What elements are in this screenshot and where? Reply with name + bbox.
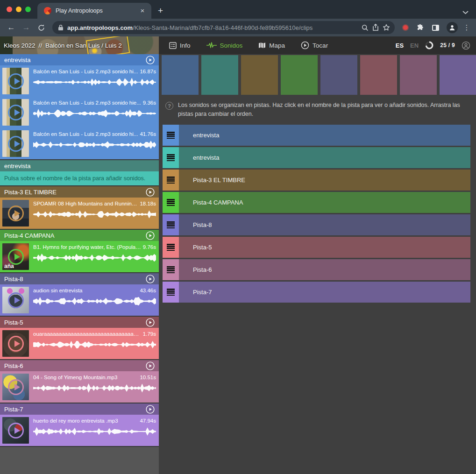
language-es-button[interactable]: ES	[396, 42, 404, 49]
play-circle-icon	[301, 41, 309, 50]
nav-tab-tocar[interactable]: Tocar	[301, 41, 328, 50]
clip-play-icon[interactable]	[8, 205, 24, 221]
track-header[interactable]: Pista-5	[0, 317, 159, 328]
track-row[interactable]: entrevista	[163, 125, 470, 146]
extensions-puzzle-icon[interactable]	[416, 24, 424, 32]
track-play-button[interactable]	[146, 231, 155, 240]
clip-play-icon[interactable]	[8, 73, 24, 89]
audio-clip[interactable]: Balcón en San Luis - Luis 2.mp3 sonido h…	[0, 128, 159, 159]
app-nav: Info Sonidos Mapa Tocar	[159, 36, 396, 54]
waveform	[33, 252, 156, 263]
audio-clip[interactable]: Balcón en San Luis - Luis 2.mp3 sonido h…	[0, 65, 159, 97]
clip-play-icon[interactable]	[8, 379, 24, 395]
nav-tab-info[interactable]: Info	[169, 42, 191, 49]
track-color-swatch	[400, 55, 437, 95]
reload-icon[interactable]	[35, 24, 48, 32]
audio-clip[interactable]: audion sin entrevista 43.46s	[0, 284, 159, 316]
track-play-button[interactable]	[146, 405, 155, 414]
profile-avatar[interactable]	[447, 22, 458, 33]
clip-thumbnail[interactable]	[2, 330, 29, 357]
track-row[interactable]: Pista-3 EL TIMBRE	[163, 170, 470, 191]
clip-play-icon[interactable]	[8, 292, 24, 308]
audio-clip[interactable]: huerto del rey moro entrevista .mp3 47.9…	[0, 415, 159, 446]
clip-thumbnail[interactable]	[2, 417, 29, 444]
back-icon[interactable]: ←	[5, 23, 18, 32]
bookmark-star-icon[interactable]	[383, 24, 390, 31]
url-bar[interactable]: app.antropoloops.com/Kleos-Santa-Marina/…	[52, 21, 395, 34]
clip-play-icon[interactable]	[8, 423, 24, 439]
close-window-button[interactable]	[7, 7, 12, 12]
drag-handle-icon[interactable]	[163, 237, 179, 258]
track-header[interactable]: Pista-8	[0, 273, 159, 284]
zoom-page-icon[interactable]	[362, 24, 369, 31]
fullscreen-window-button[interactable]	[25, 7, 31, 12]
track-row[interactable]: Pista-4 CAMPANA	[163, 192, 470, 213]
breadcrumb: Kleos 2022 // Balcón en San Luis / Luis …	[4, 36, 122, 54]
new-tab-button[interactable]: +	[158, 6, 163, 16]
clip-thumbnail[interactable]	[2, 99, 29, 126]
audio-clip[interactable]: ouaraaaaaaaaaaaaaaaaaaaaaaaaaaaaaaaaaaaa…	[0, 328, 159, 359]
track-play-button[interactable]	[146, 318, 155, 327]
lock-icon[interactable]	[58, 24, 64, 31]
track-play-button[interactable]	[146, 275, 155, 283]
account-icon[interactable]	[462, 41, 470, 50]
clip-thumbnail[interactable]	[2, 68, 29, 94]
nav-tab-mapa[interactable]: Mapa	[258, 42, 285, 49]
track-header[interactable]: Pista-6	[0, 360, 159, 371]
track-row-label: entrevista	[193, 154, 219, 161]
map-thumbnail[interactable]: Kleos 2022 // Balcón en San Luis / Luis …	[0, 36, 159, 54]
tab-search-chevron-icon[interactable]	[462, 11, 469, 14]
audio-clip[interactable]: 04 - Song of Yimeng Mountain.mp3 10.51s	[0, 371, 159, 403]
track-play-button[interactable]	[146, 361, 155, 370]
audio-clip[interactable]: SPOAMR 08 High Mountains and Running ...…	[0, 198, 159, 229]
drag-handle-icon[interactable]	[163, 259, 179, 280]
track-row[interactable]: Pista-5	[163, 237, 470, 258]
language-en-button[interactable]: EN	[410, 42, 419, 49]
drag-handle-icon[interactable]	[163, 147, 179, 168]
close-tab-icon[interactable]: ×	[138, 7, 147, 15]
track-header[interactable]: entrevista	[0, 160, 159, 171]
drag-handle-icon[interactable]	[163, 192, 179, 213]
clip-play-icon[interactable]	[8, 336, 24, 352]
clip-thumbnail[interactable]	[2, 130, 29, 157]
browser-menu-icon[interactable]: ⋮	[462, 23, 471, 32]
track-header[interactable]: Pista-4 CAMPANA	[0, 230, 159, 241]
breadcrumb-project[interactable]: Kleos 2022	[4, 42, 36, 49]
track-play-button[interactable]	[146, 56, 155, 64]
help-row: ? Los sonidos se organizan en pistas. Ha…	[165, 101, 469, 119]
clip-play-icon[interactable]	[8, 249, 24, 265]
clip-thumbnail[interactable]	[2, 200, 29, 226]
track-row[interactable]: entrevista	[163, 147, 470, 168]
drag-handle-icon[interactable]	[163, 282, 179, 303]
track-row-label: Pista-6	[193, 266, 212, 273]
clip-play-icon[interactable]	[8, 136, 24, 152]
browser-tab[interactable]: Play Antropoloops ×	[37, 3, 151, 19]
clip-thumbnail[interactable]: aña	[2, 243, 29, 270]
clip-thumbnail[interactable]	[2, 374, 29, 400]
drag-handle-icon[interactable]	[163, 170, 179, 191]
drag-handle-icon[interactable]	[163, 214, 179, 235]
minimize-window-button[interactable]	[16, 7, 21, 12]
url-text[interactable]: app.antropoloops.com/Kleos-Santa-Marina/…	[67, 24, 358, 31]
track-header[interactable]: entrevista	[0, 54, 159, 65]
track-play-button[interactable]	[146, 188, 155, 197]
info-list-icon	[169, 42, 177, 49]
clip-play-icon[interactable]	[8, 105, 24, 120]
track-row[interactable]: Pista-8	[163, 214, 470, 235]
recorder-extension-icon[interactable]	[402, 24, 409, 31]
forward-icon[interactable]: →	[20, 23, 33, 32]
nav-tab-sonidos[interactable]: Sonidos	[206, 42, 243, 49]
audio-clip[interactable]: aña B1. Hymns for purifying water, Etc. …	[0, 241, 159, 272]
track-row[interactable]: Pista-7	[163, 282, 470, 303]
split-view-icon[interactable]	[432, 25, 439, 31]
track-header[interactable]: Pista-7	[0, 403, 159, 415]
clip-duration: 9.76s	[143, 244, 156, 250]
track-header[interactable]: Pista-3 EL TIMBRE	[0, 186, 159, 198]
track-row[interactable]: Pista-6	[163, 259, 470, 280]
share-icon[interactable]	[372, 24, 379, 31]
clip-thumbnail[interactable]	[2, 287, 29, 313]
waveform-icon	[206, 42, 217, 49]
sidebar-track-section: entrevista Pulsa sobre el nombre de la p…	[0, 160, 159, 185]
audio-clip[interactable]: Balcón en San Luis - Luis 2.mp3 sonido h…	[0, 97, 159, 128]
drag-handle-icon[interactable]	[163, 125, 179, 146]
